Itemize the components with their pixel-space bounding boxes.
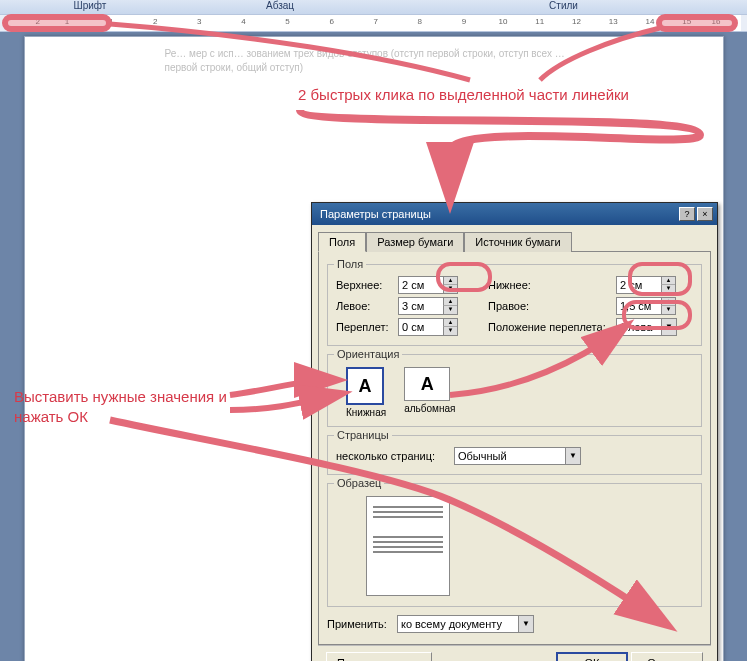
group-legend: Образец xyxy=(334,477,384,489)
left-margin-input[interactable] xyxy=(399,298,443,314)
dialog-button-row: По умолчанию... ОК Отмена xyxy=(318,645,711,661)
close-button[interactable]: × xyxy=(697,207,713,221)
bottom-margin-input[interactable] xyxy=(617,277,661,293)
spin-up-icon[interactable]: ▲ xyxy=(443,298,457,306)
page-setup-dialog: Параметры страницы ? × Поля Размер бумаг… xyxy=(311,202,718,661)
default-button[interactable]: По умолчанию... xyxy=(326,652,432,661)
dropdown-arrow-icon[interactable]: ▼ xyxy=(518,616,533,632)
tab-paper-size[interactable]: Размер бумаги xyxy=(366,232,464,252)
right-margin-input[interactable] xyxy=(617,298,661,314)
orientation-landscape-label: альбомная xyxy=(404,403,455,414)
spin-up-icon[interactable]: ▲ xyxy=(443,277,457,285)
dropdown-arrow-icon[interactable]: ▼ xyxy=(661,319,676,335)
apply-to-combo[interactable]: ▼ xyxy=(397,615,534,633)
ruler-tick: 11 xyxy=(535,17,544,26)
sample-preview xyxy=(366,496,450,596)
label-left-margin: Левое: xyxy=(336,300,398,312)
ruler-tick: 2 xyxy=(153,17,157,26)
orientation-portrait-label: Книжная xyxy=(346,407,386,418)
apply-to-value[interactable] xyxy=(398,616,518,632)
ribbon-label-font: Шрифт xyxy=(0,0,180,14)
bottom-margin-spinner[interactable]: ▲▼ xyxy=(616,276,676,294)
ruler-tick: 15 xyxy=(682,17,691,26)
group-legend: Страницы xyxy=(334,429,392,441)
label-gutter: Переплет: xyxy=(336,321,398,333)
dropdown-arrow-icon[interactable]: ▼ xyxy=(565,448,580,464)
multiple-pages-combo[interactable]: ▼ xyxy=(454,447,581,465)
ruler-tick: 9 xyxy=(462,17,466,26)
ribbon-label-paragraph: Абзац xyxy=(180,0,380,14)
gutter-position-value[interactable] xyxy=(617,319,661,335)
gutter-spinner[interactable]: ▲▼ xyxy=(398,318,458,336)
ruler-tick: 2 xyxy=(35,17,39,26)
multiple-pages-value[interactable] xyxy=(455,448,565,464)
ruler-tick: 8 xyxy=(418,17,422,26)
ok-button[interactable]: ОК xyxy=(556,652,628,661)
ruler-tick: 16 xyxy=(712,17,721,26)
doc-text-line: Ре… мер с исп… зованием трех видов отсту… xyxy=(165,47,583,61)
group-margins: Поля Верхнее: ▲▼ Нижнее: ▲▼ Левое: ▲▼ xyxy=(327,264,702,346)
label-gutter-position: Положение переплета: xyxy=(488,321,616,333)
right-margin-spinner[interactable]: ▲▼ xyxy=(616,297,676,315)
group-sample: Образец xyxy=(327,483,702,607)
ruler-tick: 7 xyxy=(374,17,378,26)
ruler-tick: 12 xyxy=(572,17,581,26)
tab-paper-source[interactable]: Источник бумаги xyxy=(464,232,571,252)
ruler-tick: 10 xyxy=(498,17,507,26)
top-margin-spinner[interactable]: ▲▼ xyxy=(398,276,458,294)
label-right-margin: Правое: xyxy=(488,300,616,312)
tab-margins[interactable]: Поля xyxy=(318,232,366,252)
spin-up-icon[interactable]: ▲ xyxy=(443,319,457,327)
label-multiple-pages: несколько страниц: xyxy=(336,450,454,462)
ruler-tick: 1 xyxy=(65,17,69,26)
doc-text-line: первой строки, общий отступ) xyxy=(165,61,583,75)
spin-up-icon[interactable]: ▲ xyxy=(661,298,675,306)
ribbon-group-labels: Шрифт Абзац Стили xyxy=(0,0,747,14)
spin-down-icon[interactable]: ▼ xyxy=(661,306,675,314)
ruler-tick: 5 xyxy=(285,17,289,26)
horizontal-ruler[interactable]: 2 1 1 2 3 4 5 6 7 8 9 10 11 12 13 14 15 … xyxy=(0,14,747,32)
orientation-portrait[interactable]: A Книжная xyxy=(346,367,386,418)
spin-down-icon[interactable]: ▼ xyxy=(443,327,457,335)
dialog-titlebar[interactable]: Параметры страницы ? × xyxy=(312,203,717,225)
label-apply-to: Применить: xyxy=(327,618,397,630)
landscape-icon: A xyxy=(404,367,450,401)
spin-down-icon[interactable]: ▼ xyxy=(443,285,457,293)
gutter-position-combo[interactable]: ▼ xyxy=(616,318,677,336)
left-margin-spinner[interactable]: ▲▼ xyxy=(398,297,458,315)
group-legend: Поля xyxy=(334,258,366,270)
portrait-icon: A xyxy=(346,367,384,405)
spin-down-icon[interactable]: ▼ xyxy=(443,306,457,314)
tab-panel-margins: Поля Верхнее: ▲▼ Нижнее: ▲▼ Левое: ▲▼ xyxy=(318,251,711,645)
ribbon-label-styles: Стили xyxy=(380,0,747,14)
ruler-tick: 6 xyxy=(329,17,333,26)
ruler-tick: 13 xyxy=(609,17,618,26)
group-legend: Ориентация xyxy=(334,348,402,360)
spin-down-icon[interactable]: ▼ xyxy=(661,285,675,293)
cancel-button[interactable]: Отмена xyxy=(631,652,703,661)
ruler-tick: 4 xyxy=(241,17,245,26)
group-pages: Страницы несколько страниц: ▼ xyxy=(327,435,702,475)
label-bottom-margin: Нижнее: xyxy=(488,279,616,291)
top-margin-input[interactable] xyxy=(399,277,443,293)
label-top-margin: Верхнее: xyxy=(336,279,398,291)
ruler-tick: 14 xyxy=(645,17,654,26)
ruler-scale[interactable]: 2 1 1 2 3 4 5 6 7 8 9 10 11 12 13 14 15 … xyxy=(6,15,741,31)
gutter-input[interactable] xyxy=(399,319,443,335)
ruler-tick: 3 xyxy=(197,17,201,26)
dialog-title: Параметры страницы xyxy=(316,208,677,220)
ruler-tick: 1 xyxy=(109,17,113,26)
spin-up-icon[interactable]: ▲ xyxy=(661,277,675,285)
orientation-landscape[interactable]: A альбомная xyxy=(404,367,455,418)
dialog-tabs: Поля Размер бумаги Источник бумаги xyxy=(318,231,711,251)
help-button[interactable]: ? xyxy=(679,207,695,221)
group-orientation: Ориентация A Книжная A альбомная xyxy=(327,354,702,427)
